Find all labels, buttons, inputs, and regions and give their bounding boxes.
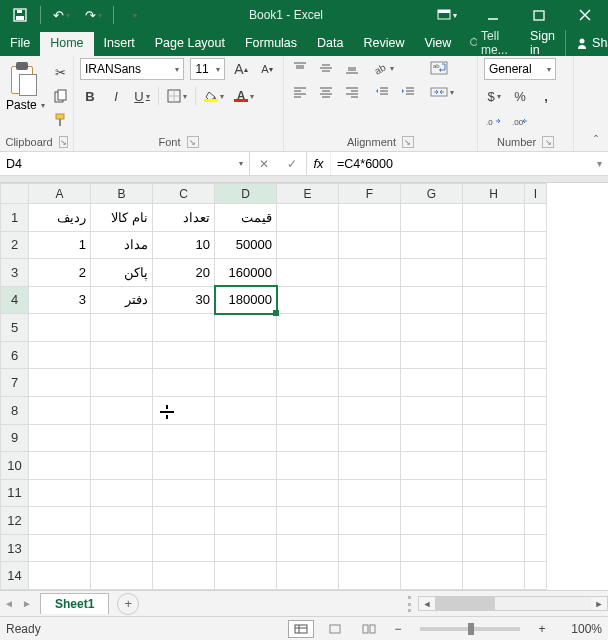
cell-H12[interactable] bbox=[463, 507, 525, 535]
font-size-select[interactable]: 11▾ bbox=[190, 58, 225, 80]
row-header-6[interactable]: 6 bbox=[1, 341, 29, 369]
cell-C2[interactable]: 10 bbox=[153, 231, 215, 259]
cell-F14[interactable] bbox=[339, 562, 401, 590]
orientation-icon[interactable]: ab▾ bbox=[372, 58, 396, 78]
undo-icon[interactable]: ↶▾ bbox=[47, 3, 75, 27]
cell-H8[interactable] bbox=[463, 396, 525, 424]
cell-D5[interactable] bbox=[215, 314, 277, 342]
cell-A14[interactable] bbox=[29, 562, 91, 590]
copy-icon[interactable] bbox=[51, 86, 71, 106]
enter-formula-icon[interactable]: ✓ bbox=[278, 157, 306, 171]
align-middle-icon[interactable] bbox=[316, 58, 336, 78]
cell-I9[interactable] bbox=[525, 424, 547, 452]
col-header-B[interactable]: B bbox=[91, 184, 153, 204]
cell-A4[interactable]: 3 bbox=[29, 286, 91, 314]
fx-icon[interactable]: fx bbox=[307, 152, 331, 175]
maximize-icon[interactable] bbox=[516, 0, 562, 30]
cell-C6[interactable] bbox=[153, 341, 215, 369]
cell-B7[interactable] bbox=[91, 369, 153, 397]
row-header-3[interactable]: 3 bbox=[1, 259, 29, 287]
row-header-8[interactable]: 8 bbox=[1, 396, 29, 424]
cell-A6[interactable] bbox=[29, 341, 91, 369]
wrap-text-icon[interactable]: ab bbox=[428, 58, 450, 78]
col-header-A[interactable]: A bbox=[29, 184, 91, 204]
cell-H4[interactable] bbox=[463, 286, 525, 314]
zoom-value[interactable]: 100% bbox=[558, 622, 602, 636]
cell-A12[interactable] bbox=[29, 507, 91, 535]
merge-center-icon[interactable]: ▾ bbox=[428, 82, 456, 102]
cell-B4[interactable]: دفتر bbox=[91, 286, 153, 314]
row-header-4[interactable]: 4 bbox=[1, 286, 29, 314]
cell-D3[interactable]: 160000 bbox=[215, 259, 277, 287]
cell-F5[interactable] bbox=[339, 314, 401, 342]
zoom-slider[interactable] bbox=[420, 627, 520, 631]
cell-A2[interactable]: 1 bbox=[29, 231, 91, 259]
tab-formulas[interactable]: Formulas bbox=[235, 32, 307, 56]
cell-E9[interactable] bbox=[277, 424, 339, 452]
cell-I13[interactable] bbox=[525, 534, 547, 562]
cell-A10[interactable] bbox=[29, 452, 91, 480]
zoom-out-icon[interactable]: − bbox=[390, 622, 406, 636]
close-icon[interactable] bbox=[562, 0, 608, 30]
increase-indent-icon[interactable] bbox=[398, 82, 418, 102]
view-normal-icon[interactable] bbox=[288, 620, 314, 638]
number-dialog-icon[interactable]: ↘ bbox=[542, 136, 554, 148]
cell-D14[interactable] bbox=[215, 562, 277, 590]
cell-F10[interactable] bbox=[339, 452, 401, 480]
name-box[interactable]: D4▾ bbox=[0, 152, 250, 175]
cell-E11[interactable] bbox=[277, 479, 339, 507]
cell-E5[interactable] bbox=[277, 314, 339, 342]
scroll-thumb[interactable] bbox=[435, 597, 495, 610]
cell-B14[interactable] bbox=[91, 562, 153, 590]
cell-G2[interactable] bbox=[401, 231, 463, 259]
cell-C14[interactable] bbox=[153, 562, 215, 590]
cell-A7[interactable] bbox=[29, 369, 91, 397]
cell-F2[interactable] bbox=[339, 231, 401, 259]
cell-G9[interactable] bbox=[401, 424, 463, 452]
cell-D12[interactable] bbox=[215, 507, 277, 535]
cancel-formula-icon[interactable]: ✕ bbox=[250, 157, 278, 171]
row-header-5[interactable]: 5 bbox=[1, 314, 29, 342]
cell-D11[interactable] bbox=[215, 479, 277, 507]
cell-G14[interactable] bbox=[401, 562, 463, 590]
col-header-C[interactable]: C bbox=[153, 184, 215, 204]
row-header-9[interactable]: 9 bbox=[1, 424, 29, 452]
cell-F3[interactable] bbox=[339, 259, 401, 287]
cell-E3[interactable] bbox=[277, 259, 339, 287]
cell-F13[interactable] bbox=[339, 534, 401, 562]
align-right-icon[interactable] bbox=[342, 82, 362, 102]
row-header-14[interactable]: 14 bbox=[1, 562, 29, 590]
cell-H13[interactable] bbox=[463, 534, 525, 562]
cell-E10[interactable] bbox=[277, 452, 339, 480]
cell-F4[interactable] bbox=[339, 286, 401, 314]
worksheet-grid[interactable]: A B C D E F G H I 1ردیفنام کالاتعدادقیمت… bbox=[0, 183, 608, 590]
increase-decimal-icon[interactable]: .0 bbox=[484, 112, 504, 132]
font-color-icon[interactable]: A▾ bbox=[232, 86, 256, 106]
redo-icon[interactable]: ↷▾ bbox=[79, 3, 107, 27]
cell-H7[interactable] bbox=[463, 369, 525, 397]
cell-H1[interactable] bbox=[463, 204, 525, 232]
cell-E7[interactable] bbox=[277, 369, 339, 397]
cell-H10[interactable] bbox=[463, 452, 525, 480]
cell-A13[interactable] bbox=[29, 534, 91, 562]
col-header-G[interactable]: G bbox=[401, 184, 463, 204]
cell-A8[interactable] bbox=[29, 396, 91, 424]
tell-me[interactable]: Tell me... bbox=[461, 30, 520, 56]
cell-H5[interactable] bbox=[463, 314, 525, 342]
cell-D2[interactable]: 50000 bbox=[215, 231, 277, 259]
cell-C11[interactable] bbox=[153, 479, 215, 507]
row-header-13[interactable]: 13 bbox=[1, 534, 29, 562]
clipboard-dialog-icon[interactable]: ↘ bbox=[59, 136, 68, 148]
horizontal-scrollbar[interactable]: ◄ ► bbox=[418, 596, 608, 611]
grow-font-icon[interactable]: A▴ bbox=[231, 59, 251, 79]
cell-G7[interactable] bbox=[401, 369, 463, 397]
cell-F6[interactable] bbox=[339, 341, 401, 369]
cell-B11[interactable] bbox=[91, 479, 153, 507]
tab-view[interactable]: View bbox=[414, 32, 461, 56]
col-header-D[interactable]: D bbox=[215, 184, 277, 204]
borders-icon[interactable]: ▾ bbox=[165, 86, 189, 106]
cell-I5[interactable] bbox=[525, 314, 547, 342]
tab-review[interactable]: Review bbox=[353, 32, 414, 56]
align-bottom-icon[interactable] bbox=[342, 58, 362, 78]
row-header-7[interactable]: 7 bbox=[1, 369, 29, 397]
